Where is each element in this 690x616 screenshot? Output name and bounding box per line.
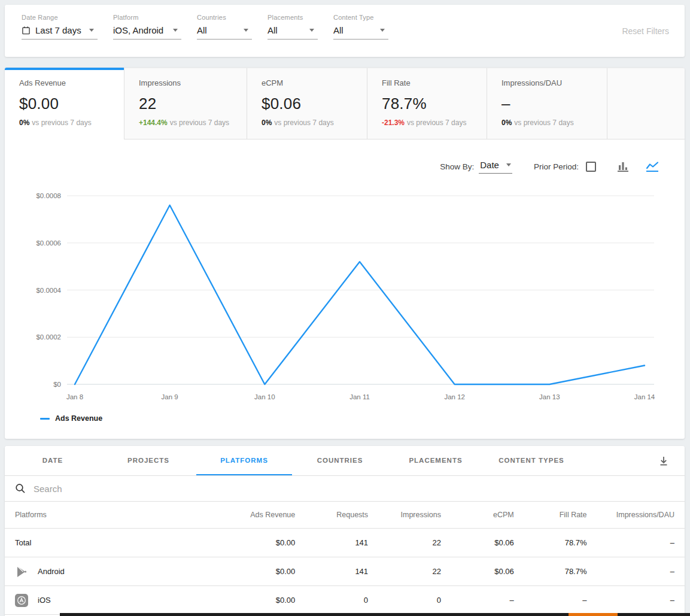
table-header-row: Platforms Ads Revenue Requests Impressio… [5, 502, 685, 529]
metric-tab-ads-revenue[interactable]: Ads Revenue $0.00 0%vs previous 7 days [5, 68, 124, 139]
legend-label: Ads Revenue [55, 414, 102, 423]
metric-label: Ads Revenue [19, 78, 110, 87]
col-fill-rate: Fill Rate [515, 502, 588, 529]
svg-text:Jan 9: Jan 9 [162, 393, 178, 400]
metric-delta: 0%vs previous 7 days [262, 119, 352, 127]
table-row-total[interactable]: Total $0.00 141 22 $0.06 78.7% – [5, 529, 685, 557]
col-ads-revenue: Ads Revenue [223, 502, 296, 529]
metric-value: – [501, 95, 592, 113]
metric-value: 78.7% [382, 95, 472, 113]
row-label: iOS [38, 596, 51, 605]
col-requests: Requests [296, 502, 369, 529]
metric-label: Impressions [139, 78, 232, 87]
download-icon[interactable] [658, 446, 685, 475]
metric-tab-fill-rate[interactable]: Fill Rate 78.7% -21.3%vs previous 7 days [367, 68, 487, 139]
metric-delta: 0%vs previous 7 days [501, 119, 592, 127]
filter-label: Platform [113, 14, 181, 21]
filter-label: Countries [197, 14, 252, 21]
breakdown-table-card: DATE PROJECTS PLATFORMS COUNTRIES PLACEM… [5, 446, 685, 616]
date-range-value: Last 7 days [35, 25, 81, 35]
svg-text:$0.0008: $0.0008 [36, 192, 61, 199]
countries-value: All [197, 25, 207, 35]
filter-placements: Placements All [268, 14, 318, 57]
filter-label: Placements [268, 14, 318, 21]
chevron-down-icon [380, 29, 385, 32]
date-range-dropdown[interactable]: Last 7 days [22, 25, 98, 40]
svg-text:Jan 14: Jan 14 [634, 393, 655, 400]
tab-platforms[interactable]: PLATFORMS [196, 446, 292, 475]
metric-label: eCPM [262, 78, 352, 87]
table-row-ios[interactable]: iOS $0.00 0 0 – – – [5, 586, 685, 615]
filter-bar: Date Range Last 7 days Platform iOS, And… [5, 5, 685, 57]
table-search-row [5, 475, 685, 501]
search-input[interactable] [34, 484, 674, 494]
metric-tab-impressions-dau[interactable]: Impressions/DAU – 0%vs previous 7 days [487, 68, 607, 139]
metric-tabs: Ads Revenue $0.00 0%vs previous 7 days I… [5, 68, 685, 139]
svg-text:Jan 12: Jan 12 [444, 393, 465, 400]
metric-delta: +144.4%vs previous 7 days [139, 119, 232, 127]
svg-text:Jan 8: Jan 8 [66, 393, 83, 400]
chart-section: Show By: Date Prior Period: $0$0.0002$0.… [5, 139, 685, 424]
line-chart-icon[interactable] [645, 160, 659, 172]
platforms-table: Platforms Ads Revenue Requests Impressio… [5, 501, 685, 615]
content-type-dropdown[interactable]: All [333, 25, 388, 40]
prior-period-checkbox[interactable] [586, 162, 596, 172]
countries-dropdown[interactable]: All [197, 25, 252, 40]
tab-placements[interactable]: PLACEMENTS [388, 446, 484, 475]
tab-date[interactable]: DATE [5, 446, 101, 475]
svg-text:Jan 13: Jan 13 [539, 393, 560, 400]
chart-controls: Show By: Date Prior Period: [5, 156, 685, 177]
filter-label: Date Range [22, 14, 98, 21]
revenue-chart: $0$0.0002$0.0004$0.0006$0.0008Jan 8Jan 9… [5, 185, 685, 408]
metrics-chart-card: Ads Revenue $0.00 0%vs previous 7 days I… [5, 68, 685, 439]
metric-label: Fill Rate [382, 78, 472, 87]
analytics-dashboard: Date Range Last 7 days Platform iOS, And… [0, 0, 690, 616]
svg-text:$0.0002: $0.0002 [36, 333, 61, 341]
tab-content-types[interactable]: CONTENT TYPES [484, 446, 579, 475]
col-ecpm: eCPM [442, 502, 515, 529]
platform-dropdown[interactable]: iOS, Android [113, 25, 181, 40]
table-row-android[interactable]: Android $0.00 141 22 $0.06 78.7% – [5, 557, 685, 586]
placements-value: All [268, 25, 278, 35]
chevron-down-icon [244, 29, 248, 32]
svg-text:$0.0004: $0.0004 [36, 287, 61, 294]
svg-text:Jan 11: Jan 11 [349, 393, 370, 400]
col-impressions-dau: Impressions/DAU [588, 502, 685, 529]
show-by-label: Show By: [440, 162, 474, 171]
svg-text:$0.0006: $0.0006 [36, 239, 61, 247]
breakdown-tabs: DATE PROJECTS PLATFORMS COUNTRIES PLACEM… [5, 446, 685, 475]
svg-text:Jan 10: Jan 10 [254, 393, 275, 400]
prior-period-label: Prior Period: [534, 162, 579, 171]
row-label: Total [15, 538, 31, 547]
reset-filters-button[interactable]: Reset Filters [622, 26, 669, 36]
chevron-down-icon [89, 29, 94, 32]
placements-dropdown[interactable]: All [268, 25, 318, 40]
chevron-down-icon [173, 29, 178, 32]
tab-projects[interactable]: PROJECTS [101, 446, 196, 475]
metric-label: Impressions/DAU [501, 78, 592, 87]
chevron-down-icon [506, 163, 511, 166]
metric-delta: 0%vs previous 7 days [19, 119, 110, 127]
chevron-down-icon [309, 29, 314, 32]
metric-tab-impressions[interactable]: Impressions 22 +144.4%vs previous 7 days [124, 68, 247, 139]
filter-date-range: Date Range Last 7 days [22, 14, 98, 57]
col-impressions: Impressions [369, 502, 442, 529]
calendar-icon [22, 26, 31, 35]
col-platforms: Platforms [5, 502, 223, 529]
legend-line-swatch [40, 418, 50, 420]
filter-countries: Countries All [197, 14, 252, 57]
metric-value: 22 [139, 95, 232, 113]
metric-tab-ecpm[interactable]: eCPM $0.06 0%vs previous 7 days [247, 68, 367, 139]
app-store-icon [15, 594, 28, 607]
metric-value: $0.00 [19, 95, 110, 113]
search-icon [15, 483, 26, 494]
bar-chart-icon[interactable] [616, 160, 630, 172]
metric-delta: -21.3%vs previous 7 days [382, 119, 472, 127]
filter-platform: Platform iOS, Android [113, 14, 181, 57]
filter-content-type: Content Type All [333, 14, 388, 57]
filter-label: Content Type [333, 14, 388, 21]
row-label: Android [38, 567, 65, 576]
tab-countries[interactable]: COUNTRIES [292, 446, 388, 475]
show-by-dropdown[interactable]: Date [479, 160, 512, 174]
svg-text:$0: $0 [53, 381, 61, 388]
